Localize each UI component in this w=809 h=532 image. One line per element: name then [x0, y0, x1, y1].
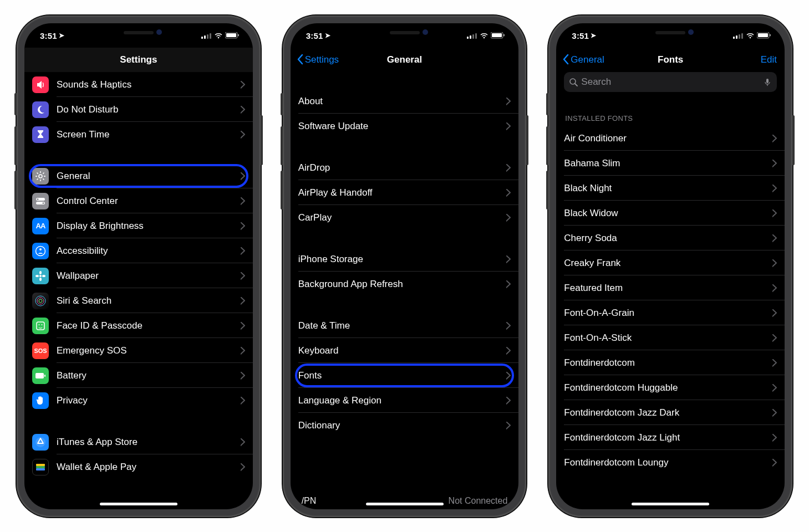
settings-row[interactable]: Siri & Search: [24, 288, 253, 313]
chevron-right-icon: [772, 185, 777, 192]
edit-button[interactable]: Edit: [761, 48, 777, 72]
battery-icon: [757, 32, 771, 39]
settings-row[interactable]: AA Display & Brightness: [24, 213, 253, 238]
settings-row[interactable]: Fonts: [291, 363, 519, 388]
font-name: Bahama Slim: [564, 158, 765, 169]
row-label: Emergency SOS: [57, 345, 233, 356]
font-row[interactable]: Cherry Soda: [556, 226, 785, 250]
font-row[interactable]: Creaky Frank: [556, 250, 785, 275]
settings-row[interactable]: Keyboard: [291, 338, 519, 363]
font-row[interactable]: Fontdinerdotcom Huggable: [556, 375, 785, 400]
back-button[interactable]: Settings: [295, 48, 341, 72]
search-bar[interactable]: [564, 72, 777, 92]
settings-row[interactable]: Software Update: [291, 114, 519, 139]
chevron-right-icon: [241, 297, 245, 305]
settings-row[interactable]: SOS Emergency SOS: [24, 338, 253, 363]
gear-icon: [32, 168, 49, 185]
font-name: Black Night: [564, 183, 765, 194]
chevron-right-icon: [772, 434, 777, 442]
svg-point-24: [42, 202, 44, 203]
font-row[interactable]: Black Widow: [556, 201, 785, 226]
mic-icon[interactable]: [764, 78, 771, 86]
home-indicator[interactable]: [366, 503, 444, 505]
switches-icon: [32, 193, 49, 209]
battery-icon: [32, 367, 49, 384]
font-row[interactable]: Bahama Slim: [556, 151, 785, 176]
battery-icon: [225, 32, 240, 39]
chevron-right-icon: [506, 280, 511, 288]
row-label: CarPlay: [298, 212, 499, 223]
settings-row[interactable]: iPhone Storage: [291, 247, 519, 272]
font-row[interactable]: Font-On-A-Grain: [556, 300, 785, 325]
font-name: Fontdinerdotcom Jazz Light: [564, 432, 765, 443]
svg-rect-38: [35, 373, 44, 378]
chevron-right-icon: [241, 197, 245, 205]
chevron-right-icon: [241, 372, 245, 380]
chevron-right-icon: [241, 438, 245, 446]
chevron-right-icon: [506, 372, 511, 380]
settings-row[interactable]: Date & Time: [291, 313, 519, 338]
font-name: Air Conditioner: [564, 133, 765, 144]
font-row[interactable]: Fontdinerdotcom Jazz Light: [556, 425, 785, 450]
navbar: General Fonts Edit: [556, 48, 785, 72]
font-name: Fontdinerdotcom Jazz Dark: [564, 407, 765, 418]
search-icon: [569, 78, 578, 86]
row-label: AirDrop: [298, 162, 499, 173]
settings-row[interactable]: AirDrop: [291, 155, 519, 180]
chevron-right-icon: [772, 459, 777, 467]
settings-row[interactable]: Battery: [24, 363, 253, 388]
chevron-right-icon: [506, 164, 511, 172]
cell-signal-icon: [201, 32, 212, 39]
svg-line-20: [43, 172, 44, 173]
font-row[interactable]: Featured Item: [556, 275, 785, 300]
settings-row[interactable]: Wallet & Apple Pay: [24, 454, 253, 479]
hourglass-icon: [32, 126, 49, 143]
row-label: iTunes & App Store: [57, 437, 233, 448]
back-button[interactable]: General: [561, 48, 606, 72]
font-row[interactable]: Black Night: [556, 176, 785, 201]
chevron-right-icon: [506, 214, 511, 222]
font-row[interactable]: Fontdinerdotcom Jazz Dark: [556, 400, 785, 425]
chevron-right-icon: [506, 255, 511, 263]
wifi-icon: [215, 33, 222, 39]
settings-row[interactable]: Sounds & Haptics: [24, 72, 253, 97]
font-row[interactable]: Air Conditioner: [556, 126, 785, 151]
settings-row[interactable]: Accessibility: [24, 238, 253, 263]
chevron-right-icon: [772, 284, 777, 292]
settings-row[interactable]: Language & Region: [291, 388, 519, 413]
settings-row[interactable]: CarPlay: [291, 205, 519, 230]
font-row[interactable]: Font-On-A-Stick: [556, 325, 785, 350]
svg-rect-41: [36, 464, 45, 466]
settings-row[interactable]: About: [291, 89, 519, 114]
chevron-right-icon: [772, 234, 777, 242]
home-indicator[interactable]: [100, 503, 177, 505]
back-label: Settings: [305, 54, 339, 65]
settings-row[interactable]: Background App Refresh: [291, 272, 519, 296]
svg-point-30: [35, 275, 39, 277]
settings-row[interactable]: Dictionary: [291, 413, 519, 438]
font-row[interactable]: Fontdinerdotcom Loungy: [556, 450, 785, 475]
settings-row[interactable]: Do Not Disturb: [24, 97, 253, 122]
home-indicator[interactable]: [632, 503, 709, 505]
row-label: Wallpaper: [57, 270, 233, 282]
settings-row[interactable]: iTunes & App Store: [24, 429, 253, 454]
location-icon: ➤: [325, 32, 330, 39]
row-label: Sounds & Haptics: [57, 79, 233, 90]
font-name: Fontdinerdotcom: [564, 357, 765, 369]
settings-row[interactable]: Wallpaper: [24, 263, 253, 288]
settings-row[interactable]: General: [24, 163, 253, 188]
font-name: Fontdinerdotcom Huggable: [564, 382, 765, 393]
flower-icon: [32, 268, 49, 284]
font-row[interactable]: Fontdinerdotcom: [556, 350, 785, 375]
settings-row[interactable]: AirPlay & Handoff: [291, 180, 519, 205]
chevron-right-icon: [506, 347, 511, 355]
location-icon: ➤: [591, 32, 596, 39]
settings-row[interactable]: Privacy: [24, 388, 253, 413]
chevron-right-icon: [241, 131, 245, 139]
search-input[interactable]: [581, 76, 760, 88]
AA-icon: AA: [32, 218, 49, 234]
chevron-right-icon: [772, 409, 777, 417]
settings-row[interactable]: Face ID & Passcode: [24, 313, 253, 338]
settings-row[interactable]: Control Center: [24, 188, 253, 213]
settings-row[interactable]: Screen Time: [24, 122, 253, 147]
